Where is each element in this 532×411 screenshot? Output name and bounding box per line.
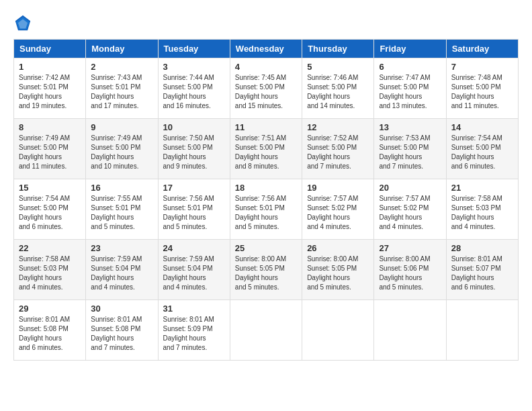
calendar-day-29: 29 Sunrise: 8:01 AM Sunset: 5:08 PM Dayl…	[14, 300, 86, 361]
calendar-day-25: 25 Sunrise: 8:00 AM Sunset: 5:05 PM Dayl…	[230, 240, 302, 300]
day-info: Sunrise: 7:57 AM Sunset: 5:02 PM Dayligh…	[307, 194, 369, 232]
day-number: 29	[19, 304, 81, 314]
day-number: 10	[163, 122, 225, 132]
day-info: Sunrise: 7:58 AM Sunset: 5:03 PM Dayligh…	[19, 255, 81, 292]
header	[13, 13, 519, 32]
calendar-day-4: 4 Sunrise: 7:45 AM Sunset: 5:00 PM Dayli…	[230, 58, 302, 119]
day-number: 17	[163, 183, 225, 193]
day-info: Sunrise: 7:58 AM Sunset: 5:03 PM Dayligh…	[451, 194, 513, 232]
day-info: Sunrise: 7:57 AM Sunset: 5:02 PM Dayligh…	[379, 194, 441, 232]
calendar-header-friday: Friday	[374, 40, 446, 58]
calendar-day-21: 21 Sunrise: 7:58 AM Sunset: 5:03 PM Dayl…	[446, 179, 518, 240]
day-number: 30	[91, 304, 152, 314]
day-number: 5	[307, 62, 369, 72]
day-info: Sunrise: 7:53 AM Sunset: 5:00 PM Dayligh…	[379, 134, 441, 171]
calendar-header-tuesday: Tuesday	[158, 40, 230, 58]
empty-cell	[374, 300, 446, 361]
day-info: Sunrise: 7:45 AM Sunset: 5:00 PM Dayligh…	[235, 73, 297, 111]
empty-cell	[446, 300, 518, 361]
calendar-day-9: 9 Sunrise: 7:49 AM Sunset: 5:00 PM Dayli…	[86, 119, 158, 179]
day-info: Sunrise: 8:00 AM Sunset: 5:06 PM Dayligh…	[379, 255, 441, 292]
calendar-day-1: 1 Sunrise: 7:42 AM Sunset: 5:01 PM Dayli…	[14, 58, 86, 119]
calendar-day-7: 7 Sunrise: 7:48 AM Sunset: 5:00 PM Dayli…	[446, 58, 518, 119]
day-number: 26	[307, 243, 369, 253]
calendar-day-27: 27 Sunrise: 8:00 AM Sunset: 5:06 PM Dayl…	[374, 240, 446, 300]
calendar-table: SundayMondayTuesdayWednesdayThursdayFrid…	[13, 39, 519, 361]
day-info: Sunrise: 7:48 AM Sunset: 5:00 PM Dayligh…	[451, 73, 513, 111]
day-info: Sunrise: 7:54 AM Sunset: 5:00 PM Dayligh…	[19, 194, 81, 232]
calendar-header-wednesday: Wednesday	[230, 40, 302, 58]
day-number: 15	[19, 183, 81, 193]
day-number: 31	[163, 304, 225, 314]
calendar-body: 1 Sunrise: 7:42 AM Sunset: 5:01 PM Dayli…	[14, 58, 519, 361]
day-info: Sunrise: 7:49 AM Sunset: 5:00 PM Dayligh…	[91, 134, 152, 171]
day-number: 18	[235, 183, 297, 193]
day-number: 14	[451, 122, 513, 132]
day-info: Sunrise: 8:01 AM Sunset: 5:07 PM Dayligh…	[451, 255, 513, 292]
calendar-week-3: 15 Sunrise: 7:54 AM Sunset: 5:00 PM Dayl…	[14, 179, 519, 240]
day-number: 12	[307, 122, 369, 132]
day-info: Sunrise: 7:42 AM Sunset: 5:01 PM Dayligh…	[19, 73, 81, 111]
day-number: 3	[163, 62, 225, 72]
calendar-day-30: 30 Sunrise: 8:01 AM Sunset: 5:08 PM Dayl…	[86, 300, 158, 361]
day-info: Sunrise: 7:56 AM Sunset: 5:01 PM Dayligh…	[163, 194, 225, 232]
calendar-week-1: 1 Sunrise: 7:42 AM Sunset: 5:01 PM Dayli…	[14, 58, 519, 119]
calendar-day-15: 15 Sunrise: 7:54 AM Sunset: 5:00 PM Dayl…	[14, 179, 86, 240]
calendar-day-26: 26 Sunrise: 8:00 AM Sunset: 5:05 PM Dayl…	[302, 240, 374, 300]
day-number: 8	[19, 122, 81, 132]
calendar-day-14: 14 Sunrise: 7:54 AM Sunset: 5:00 PM Dayl…	[446, 119, 518, 179]
empty-cell	[302, 300, 374, 361]
day-number: 1	[19, 62, 81, 72]
calendar-week-5: 29 Sunrise: 8:01 AM Sunset: 5:08 PM Dayl…	[14, 300, 519, 361]
calendar-day-18: 18 Sunrise: 7:56 AM Sunset: 5:01 PM Dayl…	[230, 179, 302, 240]
calendar-day-28: 28 Sunrise: 8:01 AM Sunset: 5:07 PM Dayl…	[446, 240, 518, 300]
day-number: 27	[379, 243, 441, 253]
calendar-header-sunday: Sunday	[14, 40, 86, 58]
day-info: Sunrise: 8:01 AM Sunset: 5:09 PM Dayligh…	[163, 315, 225, 353]
day-number: 21	[451, 183, 513, 193]
day-number: 23	[91, 243, 152, 253]
day-number: 25	[235, 243, 297, 253]
day-number: 13	[379, 122, 441, 132]
logo	[13, 13, 35, 32]
calendar-day-10: 10 Sunrise: 7:50 AM Sunset: 5:00 PM Dayl…	[158, 119, 230, 179]
day-number: 11	[235, 122, 297, 132]
calendar-day-13: 13 Sunrise: 7:53 AM Sunset: 5:00 PM Dayl…	[374, 119, 446, 179]
day-info: Sunrise: 7:49 AM Sunset: 5:00 PM Dayligh…	[19, 134, 81, 171]
day-number: 2	[91, 62, 152, 72]
day-info: Sunrise: 8:01 AM Sunset: 5:08 PM Dayligh…	[91, 315, 152, 353]
calendar-header-thursday: Thursday	[302, 40, 374, 58]
day-info: Sunrise: 7:52 AM Sunset: 5:00 PM Dayligh…	[307, 134, 369, 171]
day-info: Sunrise: 7:56 AM Sunset: 5:01 PM Dayligh…	[235, 194, 297, 232]
calendar-header-monday: Monday	[86, 40, 158, 58]
calendar-day-19: 19 Sunrise: 7:57 AM Sunset: 5:02 PM Dayl…	[302, 179, 374, 240]
day-info: Sunrise: 7:51 AM Sunset: 5:00 PM Dayligh…	[235, 134, 297, 171]
calendar-day-12: 12 Sunrise: 7:52 AM Sunset: 5:00 PM Dayl…	[302, 119, 374, 179]
calendar-day-22: 22 Sunrise: 7:58 AM Sunset: 5:03 PM Dayl…	[14, 240, 86, 300]
day-number: 22	[19, 243, 81, 253]
empty-cell	[230, 300, 302, 361]
calendar-day-2: 2 Sunrise: 7:43 AM Sunset: 5:01 PM Dayli…	[86, 58, 158, 119]
day-info: Sunrise: 7:47 AM Sunset: 5:00 PM Dayligh…	[379, 73, 441, 111]
day-number: 24	[163, 243, 225, 253]
day-info: Sunrise: 8:00 AM Sunset: 5:05 PM Dayligh…	[235, 255, 297, 292]
calendar-day-3: 3 Sunrise: 7:44 AM Sunset: 5:00 PM Dayli…	[158, 58, 230, 119]
calendar-header-row: SundayMondayTuesdayWednesdayThursdayFrid…	[14, 40, 519, 58]
calendar-day-31: 31 Sunrise: 8:01 AM Sunset: 5:09 PM Dayl…	[158, 300, 230, 361]
day-number: 4	[235, 62, 297, 72]
day-info: Sunrise: 7:59 AM Sunset: 5:04 PM Dayligh…	[91, 255, 152, 292]
calendar-week-4: 22 Sunrise: 7:58 AM Sunset: 5:03 PM Dayl…	[14, 240, 519, 300]
day-info: Sunrise: 7:54 AM Sunset: 5:00 PM Dayligh…	[451, 134, 513, 171]
day-info: Sunrise: 7:59 AM Sunset: 5:04 PM Dayligh…	[163, 255, 225, 292]
calendar-header-saturday: Saturday	[446, 40, 518, 58]
day-info: Sunrise: 7:46 AM Sunset: 5:00 PM Dayligh…	[307, 73, 369, 111]
day-number: 6	[379, 62, 441, 72]
calendar-day-24: 24 Sunrise: 7:59 AM Sunset: 5:04 PM Dayl…	[158, 240, 230, 300]
day-number: 7	[451, 62, 513, 72]
day-info: Sunrise: 7:50 AM Sunset: 5:00 PM Dayligh…	[163, 134, 225, 171]
day-info: Sunrise: 8:00 AM Sunset: 5:05 PM Dayligh…	[307, 255, 369, 292]
calendar-day-5: 5 Sunrise: 7:46 AM Sunset: 5:00 PM Dayli…	[302, 58, 374, 119]
day-info: Sunrise: 7:44 AM Sunset: 5:00 PM Dayligh…	[163, 73, 225, 111]
day-number: 28	[451, 243, 513, 253]
calendar-day-16: 16 Sunrise: 7:55 AM Sunset: 5:01 PM Dayl…	[86, 179, 158, 240]
